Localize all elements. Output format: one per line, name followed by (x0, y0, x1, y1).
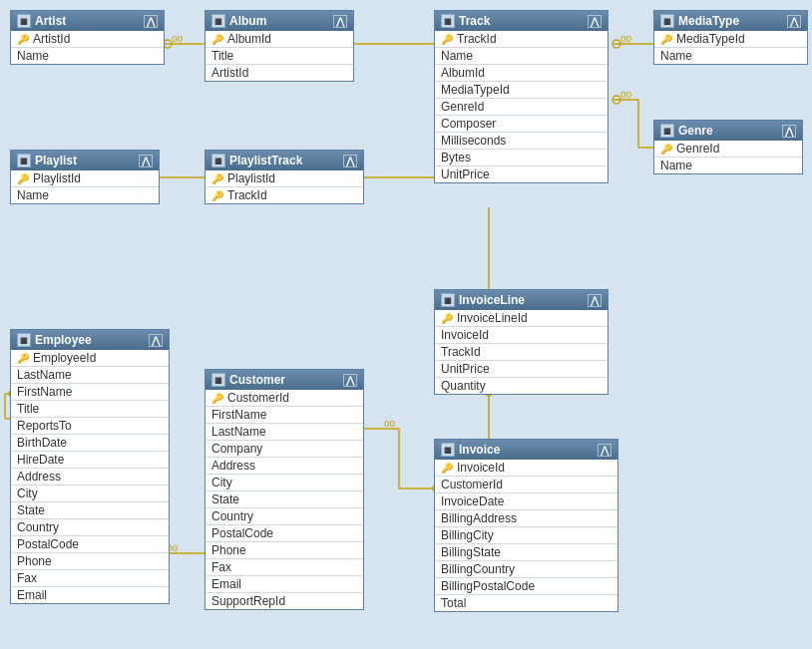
invoice-collapse[interactable]: ⋀ (598, 444, 611, 457)
invoice-title: Invoice (459, 443, 500, 457)
table-row: ReportsTo (11, 417, 169, 434)
artist-table-icon: ▦ (17, 14, 31, 28)
svg-point-12 (612, 96, 620, 104)
table-row: BirthDate (11, 434, 169, 451)
field-name: BirthDate (17, 436, 67, 450)
field-name: TrackId (227, 188, 267, 202)
invoice-table-icon: ▦ (441, 443, 455, 457)
table-row: BillingPostalCode (435, 577, 617, 594)
key-icon: 🔑 (441, 34, 453, 45)
field-name: Email (211, 577, 241, 591)
field-name: Phone (17, 554, 52, 568)
album-table: ▦ Album ⋀ 🔑 AlbumId Title ArtistId (204, 10, 354, 82)
artist-collapse[interactable]: ⋀ (144, 15, 158, 28)
field-name: InvoiceDate (441, 494, 504, 508)
invoice-table: ▦ Invoice ⋀ 🔑 InvoiceId CustomerId Invoi… (434, 439, 618, 612)
table-row: 🔑 GenreId (654, 141, 802, 157)
key-icon: 🔑 (211, 34, 223, 45)
employee-table: ▦ Employee ⋀ 🔑 EmployeeId LastName First… (10, 329, 170, 604)
customer-title: Customer (229, 373, 285, 387)
employee-body: 🔑 EmployeeId LastName FirstName Title Re… (11, 350, 169, 603)
field-name: CustomerId (227, 391, 289, 405)
table-row: Name (654, 47, 807, 64)
field-name: Email (17, 588, 47, 602)
key-icon: 🔑 (441, 313, 453, 324)
table-row: BillingState (435, 543, 617, 560)
track-table-icon: ▦ (441, 14, 455, 28)
customer-header: ▦ Customer ⋀ (205, 370, 363, 390)
playlist-table: ▦ Playlist ⋀ 🔑 PlaylistId Name (10, 150, 160, 204)
field-name: Country (17, 520, 59, 534)
genre-collapse[interactable]: ⋀ (782, 125, 796, 138)
field-name: InvoiceId (441, 328, 489, 342)
field-name: Name (660, 49, 692, 63)
field-name: BillingState (441, 545, 501, 559)
field-name: EmployeeId (33, 351, 96, 365)
table-row: CustomerId (435, 476, 617, 492)
table-row: MediaTypeId (435, 81, 608, 98)
customer-collapse[interactable]: ⋀ (343, 374, 357, 387)
artist-table: ▦ Artist ⋀ 🔑 ArtistId Name (10, 10, 165, 65)
invoiceline-header: ▦ InvoiceLine ⋀ (435, 290, 608, 310)
playlisttrack-collapse[interactable]: ⋀ (343, 155, 357, 167)
playlist-collapse[interactable]: ⋀ (139, 155, 153, 167)
table-row: UnitPrice (435, 165, 608, 182)
key-icon: 🔑 (211, 173, 223, 184)
table-row: HireDate (11, 451, 169, 468)
key-icon: 🔑 (660, 144, 672, 155)
album-collapse[interactable]: ⋀ (333, 15, 347, 28)
field-name: Country (211, 509, 253, 523)
field-name: PlaylistId (227, 171, 275, 185)
table-row: AlbumId (435, 64, 608, 81)
table-row: TrackId (435, 343, 608, 360)
table-row: FirstName (11, 383, 169, 400)
genre-title: Genre (678, 124, 713, 138)
field-name: Name (17, 49, 49, 63)
table-row: InvoiceId (435, 326, 608, 343)
field-name: PostalCode (211, 526, 273, 540)
playlisttrack-body: 🔑 PlaylistId 🔑 TrackId (205, 170, 363, 203)
field-name: City (211, 476, 232, 489)
mediatype-header: ▦ MediaType ⋀ (654, 11, 807, 31)
employee-header: ▦ Employee ⋀ (11, 330, 169, 350)
playlist-table-icon: ▦ (17, 154, 31, 167)
field-name: GenreId (676, 142, 719, 156)
employee-collapse[interactable]: ⋀ (149, 334, 163, 347)
table-row: Name (11, 47, 164, 64)
table-row: 🔑 TrackId (435, 31, 608, 47)
playlisttrack-header: ▦ PlaylistTrack ⋀ (205, 151, 363, 170)
field-name: Name (441, 49, 473, 63)
field-name: Bytes (441, 151, 471, 164)
table-row: State (205, 490, 363, 507)
mediatype-body: 🔑 MediaTypeId Name (654, 31, 807, 64)
field-name: Title (211, 49, 233, 63)
track-collapse[interactable]: ⋀ (588, 15, 602, 28)
field-name: PostalCode (17, 537, 79, 551)
table-row: Name (11, 186, 159, 203)
field-name: State (17, 503, 45, 517)
playlisttrack-table: ▦ PlaylistTrack ⋀ 🔑 PlaylistId 🔑 TrackId (204, 150, 364, 204)
genre-table-icon: ▦ (660, 124, 674, 138)
mediatype-collapse[interactable]: ⋀ (787, 15, 801, 28)
table-row: ArtistId (205, 64, 353, 81)
field-name: Fax (211, 560, 231, 574)
field-name: Milliseconds (441, 134, 506, 148)
key-icon: 🔑 (211, 393, 223, 404)
invoiceline-collapse[interactable]: ⋀ (588, 294, 602, 307)
field-name: Address (17, 470, 61, 484)
mediatype-table-icon: ▦ (660, 14, 674, 28)
invoice-header: ▦ Invoice ⋀ (435, 440, 617, 460)
field-name: TrackId (441, 345, 481, 359)
field-name: AlbumId (441, 66, 485, 80)
table-row: BillingCountry (435, 560, 617, 577)
table-row: Country (11, 518, 169, 535)
album-header: ▦ Album ⋀ (205, 11, 353, 31)
table-row: 🔑 AlbumId (205, 31, 353, 47)
field-name: LastName (211, 425, 266, 439)
table-row: Composer (435, 115, 608, 132)
field-name: BillingCountry (441, 562, 515, 576)
table-row: BillingAddress (435, 509, 617, 526)
field-name: UnitPrice (441, 362, 490, 376)
field-name: InvoiceLineId (457, 311, 528, 325)
invoiceline-body: 🔑 InvoiceLineId InvoiceId TrackId UnitPr… (435, 310, 608, 394)
